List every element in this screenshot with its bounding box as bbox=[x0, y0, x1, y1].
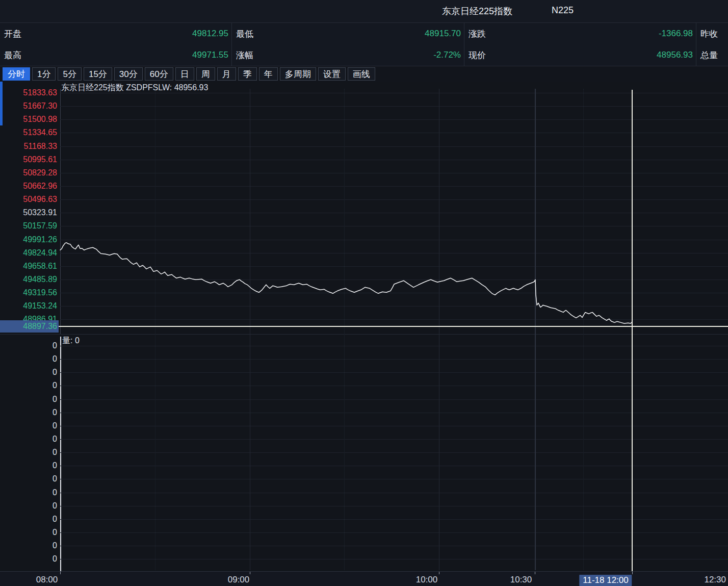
quote-info-bar: 开盘49812.95最高49971.55最低48915.70涨幅-2.72%涨跌… bbox=[0, 23, 728, 66]
time-axis-tick bbox=[535, 572, 535, 574]
time-axis-tick bbox=[250, 572, 250, 574]
quote-field: 昨收 bbox=[696, 23, 728, 44]
info-column: 开盘49812.95最高49971.55 bbox=[0, 23, 232, 66]
quote-label: 现价 bbox=[469, 49, 486, 61]
quote-field: 涨跌-1366.98 bbox=[464, 23, 696, 44]
time-axis-tick bbox=[439, 572, 439, 574]
quote-label: 总量 bbox=[700, 49, 718, 61]
info-column: 昨收总量 bbox=[696, 23, 728, 66]
quote-label: 最高 bbox=[4, 49, 21, 61]
quote-value: -1366.98 bbox=[659, 29, 693, 39]
tab-月[interactable]: 月 bbox=[217, 67, 236, 81]
quote-label: 涨幅 bbox=[236, 49, 253, 61]
quote-value: 49812.95 bbox=[192, 29, 228, 39]
quote-field: 最高49971.55 bbox=[0, 44, 231, 66]
tab-画线[interactable]: 画线 bbox=[348, 67, 375, 81]
quote-field: 最低48915.70 bbox=[232, 23, 464, 44]
index-symbol: N225 bbox=[552, 5, 574, 16]
stock-app-window: 东京日经225指数 N225 开盘49812.95最高49971.55最低489… bbox=[0, 0, 728, 586]
tab-5分[interactable]: 5分 bbox=[58, 67, 81, 81]
title-bar: 东京日经225指数 N225 bbox=[0, 0, 728, 23]
tab-设置[interactable]: 设置 bbox=[318, 67, 346, 81]
index-name: 东京日经225指数 bbox=[432, 5, 522, 17]
tab-年[interactable]: 年 bbox=[259, 67, 278, 81]
quote-label: 最低 bbox=[236, 28, 253, 40]
quote-value: 49971.55 bbox=[192, 50, 228, 60]
quote-value: -2.72% bbox=[433, 50, 461, 60]
tab-多周期[interactable]: 多周期 bbox=[280, 67, 316, 81]
quote-label: 开盘 bbox=[4, 28, 21, 40]
chart-canvas[interactable]: 51833.6351667.3051500.9851334.6551168.33… bbox=[0, 82, 728, 571]
quote-field: 总量 bbox=[696, 44, 728, 66]
time-axis-tick bbox=[632, 572, 633, 574]
time-axis: 08:0009:0010:0010:3011-18 12:0012:30 bbox=[0, 571, 728, 586]
tab-30分[interactable]: 30分 bbox=[114, 67, 143, 81]
crosshair-horizontal-line bbox=[58, 326, 728, 327]
crosshair-time-chip: 11-18 12:00 bbox=[579, 575, 632, 586]
quote-value: 48956.93 bbox=[657, 50, 693, 60]
time-axis-label: 10:30 bbox=[510, 575, 532, 585]
time-axis-tick bbox=[60, 572, 61, 574]
quote-value: 48915.70 bbox=[425, 29, 461, 39]
period-tab-bar: 分时1分5分15分30分60分日周月季年多周期设置画线 bbox=[0, 66, 728, 82]
crosshair-vertical-line bbox=[632, 90, 633, 571]
quote-field: 现价48956.93 bbox=[464, 44, 696, 66]
time-axis-label: 12:30 bbox=[704, 575, 726, 585]
info-column: 涨跌-1366.98现价48956.93 bbox=[464, 23, 696, 66]
tab-1分[interactable]: 1分 bbox=[32, 67, 56, 81]
quote-label: 昨收 bbox=[700, 28, 718, 40]
tab-分时[interactable]: 分时 bbox=[3, 67, 30, 81]
info-column: 最低48915.70涨幅-2.72% bbox=[232, 23, 464, 66]
time-axis-label: 08:00 bbox=[36, 575, 58, 585]
quote-label: 涨跌 bbox=[469, 28, 486, 40]
tab-周[interactable]: 周 bbox=[196, 67, 215, 81]
quote-field: 开盘49812.95 bbox=[0, 23, 231, 44]
crosshair-price-chip: 48897.36 bbox=[0, 320, 59, 333]
tab-60分[interactable]: 60分 bbox=[145, 67, 173, 81]
tab-15分[interactable]: 15分 bbox=[84, 67, 112, 81]
tab-日[interactable]: 日 bbox=[175, 67, 194, 81]
time-axis-label: 09:00 bbox=[228, 575, 250, 585]
tab-季[interactable]: 季 bbox=[238, 67, 257, 81]
time-axis-label: 10:00 bbox=[416, 575, 438, 585]
quote-field: 涨幅-2.72% bbox=[232, 44, 464, 66]
